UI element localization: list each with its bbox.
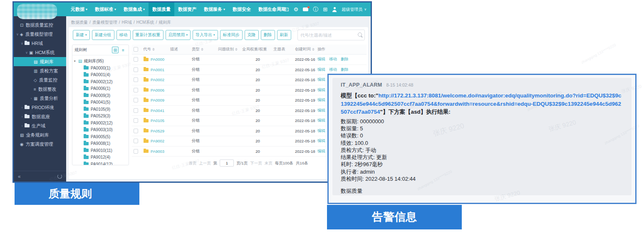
nav-item-data-integration[interactable]: 数据集成▾ [120,2,149,16]
search-icon[interactable] [358,32,363,38]
op-edit-link[interactable]: 编辑 [317,108,325,113]
tree-node[interactable]: PA0002(12) [74,78,127,85]
move-button[interactable]: 移动 [116,30,131,40]
op-edit-link[interactable]: 编辑 [317,67,325,72]
row-checkbox[interactable] [134,118,138,123]
message-icon[interactable] [303,7,308,11]
create-button[interactable]: 新建▾ [73,30,90,40]
tree-node[interactable]: PA9002(12) [74,119,127,127]
delete-button[interactable]: 删除 [261,30,275,40]
sort-icon[interactable] [152,48,155,51]
nav-item-data-quality[interactable]: 数据质量 [149,2,174,16]
monitor-icon[interactable]: ⊡ [285,7,289,12]
help-icon[interactable]: ⊞ [323,7,327,12]
rule-group-link[interactable]: PA0529 [151,129,164,133]
create-group-button[interactable]: 新建分组 [92,30,114,40]
sidebar-item-rule-library[interactable]: ▤规则库 [14,57,66,66]
tree-node[interactable]: PA0529(3) [74,113,127,120]
row-checkbox[interactable] [134,139,138,143]
row-checkbox[interactable] [134,149,138,154]
row-checkbox[interactable] [134,77,138,82]
sort-icon[interactable] [312,48,315,51]
op-edit-link[interactable]: 编辑 [317,97,325,103]
row-checkbox[interactable] [134,98,138,102]
tree-node[interactable]: PA9008(1) [74,140,127,147]
select-all-checkbox[interactable] [134,47,138,52]
sidebar-item-data-rectify[interactable]: ≡数据整改 [14,85,66,94]
op-edit-link[interactable]: 编辑 [317,57,325,62]
nav-item-metadata[interactable]: 元数据▾ [67,2,91,16]
op-move-link[interactable]: 移动 [329,67,337,72]
sidebar-item-plan-schedule-mgmt[interactable]: ◉方案调度管理 [14,139,66,149]
sidebar-item-prod-domain[interactable]: ›生产域 [14,121,66,130]
info-icon[interactable]: ⓘ [313,7,318,12]
rule-group-link[interactable]: PA0001 [151,67,164,72]
op-edit-link[interactable]: 编辑 [317,87,325,93]
page-last-link[interactable]: 末页 [265,161,272,165]
tree-node[interactable]: PA9012(4) [74,154,127,161]
sidebar-item-hr-domain[interactable]: ∨HR域 [14,39,66,48]
tree-node[interactable]: PA0001(4) [74,72,127,79]
breadcrumb-item[interactable]: HR域 [122,20,132,25]
enable-disable-button[interactable]: 启用禁用▾ [166,30,191,40]
sidebar-item-quality-monitor[interactable]: ◇质量监控 [14,75,66,85]
breadcrumb-item[interactable]: 数据质量 [71,20,88,25]
tree-node[interactable]: PA9005(5) [74,133,127,140]
op-edit-link[interactable]: 编辑 [317,118,325,123]
row-checkbox[interactable] [134,67,138,72]
import-export-button[interactable]: 导入导出▾ [193,30,218,40]
clone-button[interactable]: 克隆 [245,30,259,40]
row-checkbox[interactable] [134,129,138,133]
list-view-icon[interactable]: ≡ [120,47,126,53]
page-first-link[interactable]: 首页 [188,161,196,165]
tree-node[interactable]: PA9010(11) [74,147,127,154]
op-delete-link[interactable]: 删除 [341,57,349,62]
op-edit-link[interactable]: 编辑 [317,138,325,144]
breadcrumb-item[interactable]: 规则库 [159,20,171,25]
sort-icon[interactable] [235,48,238,51]
recalc-weight-button[interactable]: 重新计算权重 [133,30,163,40]
rule-group-link[interactable]: PA0041 [151,108,164,113]
standard-sync-button[interactable]: 标准同步 [220,30,243,40]
nav-item-data-asset[interactable]: 数据资产 [174,2,200,16]
sidebar-item-qc-plan[interactable]: ▥质检方案 [14,66,66,75]
search-input[interactable] [298,33,358,37]
op-edit-link[interactable]: 编辑 [317,149,325,154]
rule-group-link[interactable]: PA0000 [151,57,164,62]
op-move-link[interactable]: 移动 [329,57,337,62]
tree-root-node[interactable]: ▾▤规则库(95) [74,57,127,65]
breadcrumb-item[interactable]: HCM系统 [136,20,154,25]
rule-group-link[interactable]: PA9003 [151,149,164,154]
tree-node[interactable]: PA9014(12) [74,161,127,165]
sidebar-item-quality-analysis[interactable]: ›▦质量分析 [14,94,66,103]
user-icon[interactable] [332,7,337,12]
row-checkbox[interactable] [134,88,138,92]
collapse-sidebar-icon[interactable]: « [18,174,21,179]
refresh-button[interactable]: 刷新 [277,30,291,40]
nav-item-data-service[interactable]: 数据服务▾ [200,2,229,16]
tree-node[interactable]: PA0009(3) [74,92,127,99]
rule-group-link[interactable]: PA0006 [151,88,164,92]
sidebar-item-data-base[interactable]: ›数据底座 [14,112,66,121]
breadcrumb-item[interactable]: 质量模型管理 [92,20,117,25]
user-menu[interactable]: 超级管理员∨ [342,7,367,12]
sidebar-item-quality-model-mgmt[interactable]: ∨◈质量模型管理 [14,30,66,39]
op-edit-link[interactable]: 编辑 [317,77,325,82]
tree-node[interactable]: PA0006(1) [74,85,127,92]
rule-group-link[interactable]: PA0002 [151,77,164,82]
tree-node[interactable]: PA9003(10) [74,127,127,134]
tree-node[interactable]: PA0105(9) [74,106,127,113]
nav-item-data-standard[interactable]: 数据标准▾ [91,2,120,16]
op-delete-link[interactable]: 删除 [341,67,349,72]
rule-group-link[interactable]: PA9002 [151,139,164,143]
page-next-link[interactable]: 下一页 [250,161,262,165]
page-input[interactable] [220,159,234,167]
rule-group-link[interactable]: PA0009 [151,98,164,102]
tree-node[interactable]: PA0041(5) [74,99,127,106]
row-checkbox[interactable] [134,108,138,113]
gear-icon[interactable]: ⚙ [294,7,299,12]
sidebar-item-hcm-system[interactable]: ∨▣HCM系统 [14,48,66,57]
sidebar-item-prod-env[interactable]: ›PROD环境 [14,103,66,112]
tree-node[interactable]: PA0000(1) [74,65,127,72]
op-edit-link[interactable]: 编辑 [317,128,325,134]
